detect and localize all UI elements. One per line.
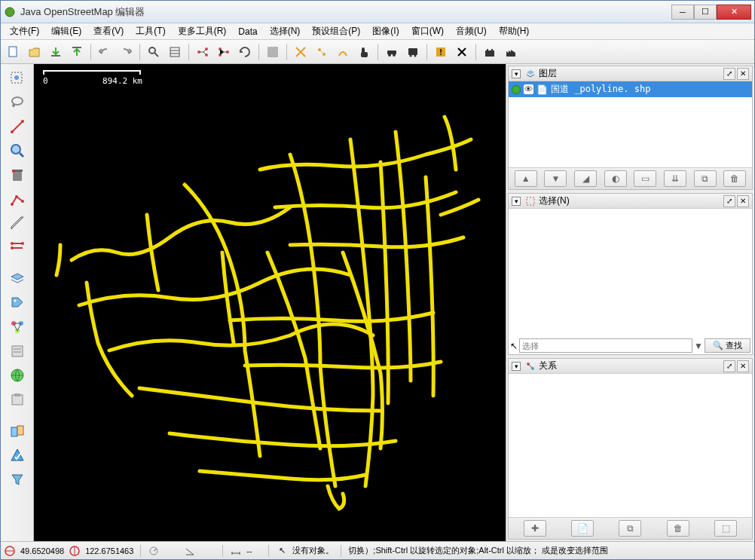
pin-icon[interactable]: ⤢ [723, 360, 735, 372]
menu-window[interactable]: 窗口(W) [405, 23, 450, 39]
imagery-button[interactable] [263, 42, 283, 62]
pin-icon[interactable]: ⤢ [723, 195, 735, 207]
svg-point-17 [322, 53, 326, 56]
hand-icon[interactable] [354, 42, 374, 62]
menu-view[interactable]: 查看(V) [87, 23, 130, 39]
delete-icon[interactable] [452, 42, 472, 62]
menu-more-tools[interactable]: 更多工具(R) [172, 23, 233, 39]
svg-point-29 [12, 97, 23, 105]
minimize-button[interactable]: ─ [671, 5, 694, 20]
delete-tool[interactable] [5, 164, 30, 186]
move-down-button[interactable]: ▼ [544, 170, 567, 187]
angle-icon [184, 545, 196, 557]
move-up-button[interactable]: ▲ [515, 170, 537, 187]
edit-relation-button[interactable]: 📄 [571, 520, 594, 537]
map-canvas[interactable]: 0 894.2 km [34, 64, 506, 541]
selection-icon [525, 196, 536, 207]
download-button[interactable] [46, 42, 66, 62]
unglue-button[interactable] [312, 42, 332, 62]
layers-tool[interactable] [5, 268, 30, 290]
merge-button[interactable]: ⇊ [664, 170, 686, 187]
menu-data[interactable]: Data [232, 25, 263, 38]
menu-edit[interactable]: 编辑(E) [45, 23, 87, 39]
window-title: Java OpenStreetMap 编辑器 [20, 5, 671, 19]
delete-layer-button[interactable]: 🗑 [723, 170, 746, 187]
svg-point-24 [414, 54, 417, 57]
svg-point-40 [15, 195, 18, 198]
join-button[interactable] [333, 42, 353, 62]
select-relation-button[interactable]: ⬚ [714, 520, 737, 537]
selection-search-input[interactable] [519, 338, 692, 353]
warning-icon[interactable]: ! [431, 42, 451, 62]
measure-tool[interactable] [5, 212, 30, 234]
relation-tool[interactable] [5, 316, 30, 338]
preferences-button[interactable] [165, 42, 185, 62]
menu-presets[interactable]: 预设组合(P) [306, 23, 366, 39]
tags-tool[interactable] [5, 292, 30, 314]
status-lon: 122.6751463 [85, 546, 133, 555]
find-button[interactable]: 🔍查找 [705, 338, 750, 353]
activate-button[interactable]: ▭ [634, 170, 656, 187]
lasso-tool[interactable] [5, 91, 30, 114]
status-no-object: 没有对象。 [292, 545, 334, 556]
parallel-tool[interactable] [5, 236, 30, 259]
menu-image[interactable]: 图像(I) [366, 23, 405, 39]
validate-tool[interactable] [5, 444, 30, 467]
upload-button[interactable] [67, 42, 87, 62]
factory-icon[interactable] [501, 42, 521, 62]
collapse-icon[interactable]: ▾ [512, 69, 521, 78]
car-icon[interactable] [382, 42, 402, 62]
layer-item[interactable]: 👁 📄 国道 _polyline. shp [509, 81, 752, 97]
close-panel-icon[interactable]: ✕ [737, 360, 749, 372]
new-button[interactable] [4, 42, 23, 62]
selection-list-tool[interactable] [5, 340, 30, 363]
split-way-button[interactable] [193, 42, 212, 62]
menu-file[interactable]: 文件(F) [4, 23, 45, 39]
draw-node-tool[interactable] [5, 115, 30, 138]
svg-point-0 [5, 8, 14, 17]
duplicate-button[interactable]: ⧉ [694, 170, 717, 187]
scissors-button[interactable] [291, 42, 310, 62]
bus-icon[interactable] [403, 42, 423, 62]
castle-icon[interactable] [480, 42, 500, 62]
combine-way-button[interactable] [214, 42, 234, 62]
duplicate-relation-button[interactable]: ⧉ [619, 520, 641, 537]
menu-select[interactable]: 选择(N) [264, 23, 307, 39]
redo-button[interactable] [116, 42, 136, 62]
svg-line-31 [12, 121, 23, 132]
svg-rect-55 [11, 427, 17, 436]
menu-help[interactable]: 帮助(H) [493, 23, 536, 39]
file-icon: 📄 [536, 84, 548, 95]
history-tool[interactable] [5, 388, 30, 411]
svg-rect-22 [408, 48, 417, 55]
close-panel-icon[interactable]: ✕ [737, 195, 749, 207]
menu-audio[interactable]: 音频(U) [450, 23, 493, 39]
new-relation-button[interactable]: ✚ [524, 520, 546, 537]
pin-icon[interactable]: ⤢ [723, 68, 735, 80]
delete-relation-button[interactable]: 🗑 [667, 520, 689, 537]
search-button[interactable] [144, 42, 164, 62]
conflict-tool[interactable] [5, 420, 30, 442]
close-panel-icon[interactable]: ✕ [737, 68, 749, 80]
filter-tool[interactable] [5, 468, 30, 491]
right-panel: ▾ 图层 ⤢ ✕ 👁 📄 国道 _polyline. shp [506, 64, 754, 541]
close-button[interactable]: ✕ [717, 5, 751, 20]
way-tool[interactable] [5, 188, 30, 210]
select-tool[interactable] [5, 67, 30, 90]
toggle-visible-button[interactable]: ◢ [574, 170, 597, 187]
reverse-way-button[interactable] [235, 42, 255, 62]
globe-tool[interactable] [5, 364, 30, 387]
svg-point-39 [11, 203, 14, 206]
open-button[interactable] [25, 42, 44, 62]
undo-button[interactable] [95, 42, 115, 62]
zoom-tool[interactable] [5, 139, 30, 162]
layer-visible-icon[interactable]: 👁 [524, 84, 533, 94]
maximize-button[interactable]: ☐ [694, 5, 717, 20]
panel-title-layers: 图层 [539, 67, 557, 80]
opacity-button[interactable]: ◐ [604, 170, 627, 187]
collapse-icon[interactable]: ▾ [512, 197, 521, 206]
layer-active-icon[interactable] [512, 85, 521, 94]
menu-tools[interactable]: 工具(T) [130, 23, 171, 39]
panel-title-selection: 选择(N) [539, 194, 570, 207]
collapse-icon[interactable]: ▾ [512, 362, 521, 371]
